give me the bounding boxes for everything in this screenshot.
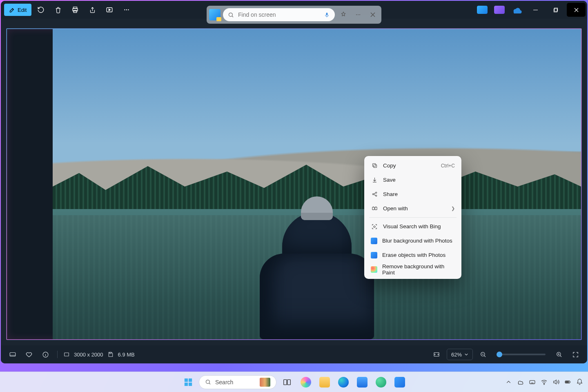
- start-button[interactable]: [180, 374, 196, 390]
- taskbar-task-view[interactable]: [279, 374, 295, 390]
- context-menu-save[interactable]: Save: [367, 173, 459, 187]
- print-icon: [71, 6, 79, 13]
- screen-search-input[interactable]: [237, 11, 321, 18]
- tray-notifications-icon[interactable]: [576, 379, 583, 385]
- paint-app-icon: [371, 266, 377, 273]
- chevron-down-icon: [464, 352, 468, 356]
- svg-rect-2: [74, 11, 77, 13]
- close-icon: [370, 12, 376, 18]
- search-icon: [228, 12, 234, 18]
- delete-button[interactable]: [50, 3, 66, 17]
- image-canvas[interactable]: [7, 29, 581, 340]
- taskbar-explorer[interactable]: [316, 374, 333, 390]
- taskbar-edge[interactable]: [335, 374, 352, 390]
- svg-rect-25: [109, 352, 111, 354]
- taskbar-search[interactable]: Search: [199, 375, 276, 389]
- svg-rect-22: [10, 353, 16, 356]
- tray-battery-icon[interactable]: [564, 379, 571, 385]
- open-with-icon: [371, 205, 378, 212]
- tray-wifi-icon[interactable]: [541, 379, 548, 385]
- windows-logo-icon: [184, 378, 193, 387]
- displayed-photo: [53, 29, 581, 339]
- task-view-icon: [283, 378, 292, 387]
- download-icon: [371, 176, 378, 184]
- copilot-icon: [340, 11, 347, 18]
- tray-onedrive-icon[interactable]: [517, 379, 524, 385]
- app-shortcut-clipchamp[interactable]: [494, 6, 505, 14]
- tray-chevron-up-icon[interactable]: [505, 379, 512, 385]
- svg-rect-19: [372, 207, 374, 209]
- zoom-in-button[interactable]: [553, 348, 565, 361]
- svg-point-11: [356, 14, 357, 15]
- taskbar-search-placeholder: Search: [215, 379, 233, 385]
- window-close-button[interactable]: [567, 3, 586, 17]
- chevron-right-icon: ❯: [451, 206, 455, 211]
- app-shortcut-onedrive[interactable]: [511, 6, 522, 14]
- zoom-slider-thumb[interactable]: [497, 352, 502, 357]
- edit-button[interactable]: Edit: [4, 4, 31, 16]
- context-menu-share[interactable]: Share: [367, 187, 459, 201]
- window-minimize-button[interactable]: [526, 3, 545, 17]
- photos-app-icon: [371, 252, 377, 258]
- svg-point-9: [229, 13, 233, 16]
- filmstrip-icon: [9, 351, 16, 358]
- svg-point-4: [125, 9, 125, 10]
- svg-point-33: [206, 380, 210, 384]
- more-button[interactable]: [119, 3, 134, 17]
- status-bar: 3000 x 2000 6.9 MB 62%: [1, 345, 587, 363]
- app-shortcut-photos[interactable]: [477, 6, 488, 14]
- edit-button-label: Edit: [18, 7, 27, 13]
- svg-point-6: [128, 9, 129, 10]
- search-highlight-icon: [260, 378, 270, 387]
- taskbar-edge-dev[interactable]: [373, 374, 389, 390]
- fit-screen-button[interactable]: [430, 348, 443, 361]
- fit-screen-icon: [433, 351, 440, 358]
- svg-rect-10: [326, 12, 328, 15]
- filmstrip-toggle-button[interactable]: [7, 348, 19, 361]
- svg-point-12: [358, 14, 359, 15]
- snipping-tool-icon: [209, 9, 220, 20]
- svg-rect-31: [185, 382, 188, 385]
- microphone-icon[interactable]: [324, 12, 330, 18]
- print-button[interactable]: [67, 3, 83, 17]
- share-button[interactable]: [85, 3, 100, 17]
- svg-rect-32: [189, 382, 192, 385]
- context-menu-visual-search[interactable]: Visual Search with Bing: [367, 219, 459, 234]
- share-icon: [371, 191, 378, 198]
- search-close-button[interactable]: [367, 9, 379, 21]
- svg-point-5: [126, 9, 127, 10]
- search-more-button[interactable]: [352, 9, 364, 21]
- zoom-out-button[interactable]: [477, 348, 489, 361]
- disk-icon: [107, 351, 114, 358]
- zoom-in-icon: [556, 351, 562, 358]
- context-menu-open-with[interactable]: Open with ❯: [367, 201, 459, 216]
- edit-icon: [9, 7, 15, 13]
- screen-search-field-wrap: [223, 8, 335, 21]
- context-menu-remove-bg-paint[interactable]: Remove background with Paint: [367, 262, 459, 276]
- image-context-menu: Copy Ctrl+C Save Share Open with ❯: [364, 156, 461, 279]
- context-menu-copy[interactable]: Copy Ctrl+C: [367, 158, 459, 173]
- zoom-dropdown[interactable]: 62%: [447, 349, 473, 360]
- taskbar-photos[interactable]: [392, 374, 408, 390]
- taskbar-copilot[interactable]: [298, 374, 314, 390]
- zoom-slider[interactable]: [497, 354, 546, 355]
- copilot-button[interactable]: [337, 9, 350, 21]
- svg-rect-30: [189, 378, 192, 381]
- tray-volume-icon[interactable]: [552, 379, 559, 385]
- taskbar-store[interactable]: [354, 374, 370, 390]
- tray-keyboard-icon[interactable]: [529, 379, 536, 385]
- window-maximize-button[interactable]: [546, 3, 565, 17]
- fullscreen-button[interactable]: [569, 348, 581, 361]
- svg-rect-14: [374, 165, 377, 168]
- context-menu-blur-bg[interactable]: Blur background with Photos: [367, 234, 459, 248]
- slideshow-button[interactable]: [102, 3, 117, 17]
- svg-rect-39: [566, 381, 569, 383]
- share-arrow-icon: [89, 7, 96, 13]
- context-menu-erase-objects[interactable]: Erase objects with Photos: [367, 248, 459, 262]
- screen-search-panel: [207, 6, 381, 24]
- info-button[interactable]: [39, 348, 51, 361]
- svg-point-21: [374, 226, 375, 227]
- rotate-button[interactable]: [33, 3, 49, 17]
- fullscreen-icon: [572, 351, 579, 358]
- favorite-button[interactable]: [23, 348, 35, 361]
